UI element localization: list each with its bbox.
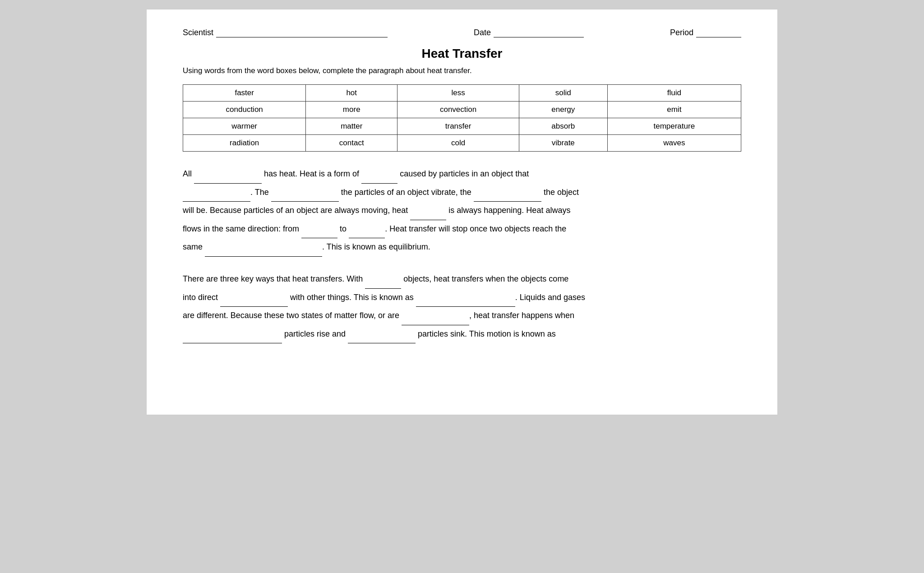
blank-1 (194, 165, 262, 184)
table-row: warmermattertransferabsorbtemperature (183, 118, 741, 135)
p1-text-8: is always happening. Heat always (446, 206, 570, 215)
paragraph-1: All has heat. Heat is a form of caused b… (183, 165, 741, 257)
p2-text-3: into direct (183, 293, 220, 302)
blank-14 (183, 325, 282, 344)
word-cell: radiation (183, 135, 306, 152)
page-title: Heat Transfer (183, 46, 741, 61)
p2-text-7: , heat transfer happens when (469, 311, 574, 320)
word-cell: fluid (607, 85, 741, 102)
word-cell: absorb (519, 118, 608, 135)
blank-13 (402, 307, 469, 325)
p1-text-3: caused by particles in an object that (397, 169, 529, 178)
p1-text-10: to (337, 224, 349, 233)
word-cell: temperature (607, 118, 741, 135)
blank-3 (183, 184, 250, 202)
blank-2 (361, 165, 397, 184)
p2-text-5: . Liquids and gases (515, 293, 585, 302)
date-label: Date (474, 28, 491, 37)
scientist-field-group: Scientist (183, 28, 388, 37)
blank-5 (474, 184, 541, 202)
word-cell: solid (519, 85, 608, 102)
word-cell: less (397, 85, 519, 102)
p1-text-12: same (183, 242, 205, 251)
p2-text-4: with other things. This is known as (288, 293, 416, 302)
word-cell: more (306, 102, 397, 118)
period-line (696, 28, 741, 37)
word-cell: faster (183, 85, 306, 102)
date-line (494, 28, 584, 37)
date-field-group: Date (474, 28, 584, 37)
word-table: fasterhotlesssolidfluidconductionmorecon… (183, 84, 741, 152)
table-row: conductionmoreconvectionenergyemit (183, 102, 741, 118)
p2-text-6: are different. Because these two states … (183, 311, 402, 320)
word-cell: cold (397, 135, 519, 152)
worksheet-page: Scientist Date Period Heat Transfer Usin… (146, 9, 778, 415)
p2-text-9: particles sink. This motion is known as (416, 329, 556, 338)
word-cell: hot (306, 85, 397, 102)
p2-text-8: particles rise and (282, 329, 348, 338)
word-cell: contact (306, 135, 397, 152)
period-label: Period (670, 28, 693, 37)
p1-text-1: All (183, 169, 194, 178)
word-cell: conduction (183, 102, 306, 118)
table-row: fasterhotlesssolidfluid (183, 85, 741, 102)
scientist-label: Scientist (183, 28, 213, 37)
p2-text-1: There are three key ways that heat trans… (183, 274, 365, 283)
blank-10 (365, 270, 401, 289)
period-field-group: Period (670, 28, 741, 37)
word-cell: energy (519, 102, 608, 118)
p1-text-2: has heat. Heat is a form of (262, 169, 361, 178)
blank-7 (301, 220, 337, 239)
p1-text-13: . This is known as equilibrium. (322, 242, 430, 251)
paragraph-2: There are three key ways that heat trans… (183, 270, 741, 343)
p2-text-2: objects, heat transfers when the objects… (401, 274, 568, 283)
word-cell: emit (607, 102, 741, 118)
blank-12 (416, 289, 515, 307)
blank-11 (220, 289, 288, 307)
page-subtitle: Using words from the word boxes below, c… (183, 66, 741, 75)
p1-text-11: . Heat transfer will stop once two objec… (385, 224, 566, 233)
word-cell: vibrate (519, 135, 608, 152)
blank-4 (271, 184, 339, 202)
blank-9 (205, 238, 322, 257)
p1-text-5: the particles of an object vibrate, the (339, 188, 474, 197)
word-cell: transfer (397, 118, 519, 135)
blank-6 (410, 202, 446, 220)
p1-text-4: . The (250, 188, 271, 197)
blank-15 (348, 325, 416, 344)
table-row: radiationcontactcoldvibratewaves (183, 135, 741, 152)
word-cell: matter (306, 118, 397, 135)
p1-text-6: the object (541, 188, 579, 197)
word-cell: warmer (183, 118, 306, 135)
blank-8 (349, 220, 385, 239)
header-fields: Scientist Date Period (183, 28, 741, 37)
word-cell: convection (397, 102, 519, 118)
scientist-line (216, 28, 388, 37)
word-cell: waves (607, 135, 741, 152)
p1-text-9: flows in the same direction: from (183, 224, 301, 233)
p1-text-7: will be. Because particles of an object … (183, 206, 410, 215)
